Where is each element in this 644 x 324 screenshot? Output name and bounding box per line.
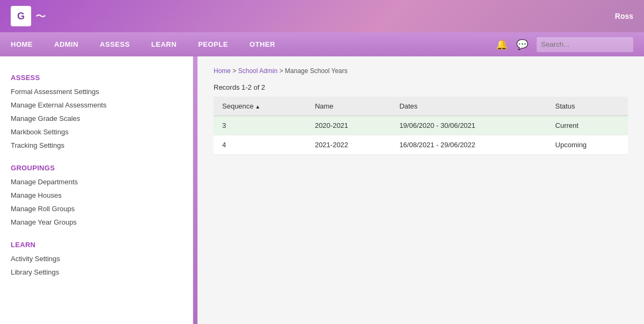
sidebar-item-activity[interactable]: Activity Settings: [0, 252, 193, 265]
breadcrumb-home[interactable]: Home: [214, 67, 231, 75]
sidebar-item-external-assessments[interactable]: Manage External Assessments: [0, 98, 193, 112]
cell-dates: 16/08/2021 - 29/06/2022: [391, 135, 546, 155]
col-dates: Dates: [391, 97, 546, 116]
sidebar-item-houses[interactable]: Manage Houses: [0, 189, 193, 202]
nav-people[interactable]: PEOPLE: [198, 40, 228, 48]
table-row[interactable]: 42021-202216/08/2021 - 29/06/2022Upcomin…: [214, 135, 628, 155]
sidebar-item-year-groups[interactable]: Manage Year Groups: [0, 215, 193, 229]
sidebar-section-assess: ASSESS: [0, 67, 193, 85]
breadcrumb-school-admin[interactable]: School Admin: [238, 67, 277, 75]
sidebar-strip: [193, 56, 197, 324]
cell-name: 2020-2021: [306, 116, 391, 135]
data-table: Sequence Name Dates Status 32020-202119/…: [214, 97, 628, 155]
user-name: Ross: [615, 12, 633, 20]
sidebar-divider-2: [0, 229, 193, 234]
bell-icon[interactable]: 🔔: [496, 39, 508, 51]
records-count: Records 1-2 of 2: [214, 83, 628, 91]
main-layout: ASSESS Formal Assessment Settings Manage…: [0, 56, 644, 324]
cell-status: Upcoming: [547, 135, 628, 155]
sidebar: ASSESS Formal Assessment Settings Manage…: [0, 56, 193, 324]
nav-learn[interactable]: LEARN: [151, 40, 177, 48]
nav-admin[interactable]: ADMIN: [54, 40, 78, 48]
sidebar-section-groupings: GROUPINGS: [0, 157, 193, 175]
nav-home[interactable]: HOME: [11, 40, 33, 48]
nav-right: 🔔 💬: [496, 37, 633, 52]
col-sequence[interactable]: Sequence: [214, 97, 306, 116]
cell-status: Current: [547, 116, 628, 135]
cell-name: 2021-2022: [306, 135, 391, 155]
col-status: Status: [547, 97, 628, 116]
breadcrumb: Home > School Admin > Manage School Year…: [214, 67, 628, 75]
brand-bar: G 〜 Ross: [0, 0, 644, 32]
sidebar-item-departments[interactable]: Manage Departments: [0, 175, 193, 189]
cell-dates: 19/06/2020 - 30/06/2021: [391, 116, 546, 135]
sidebar-section-learn: LEARN: [0, 234, 193, 252]
sidebar-item-library[interactable]: Library Settings: [0, 265, 193, 279]
logo-area: G 〜: [11, 6, 46, 26]
table-header-row: Sequence Name Dates Status: [214, 97, 628, 116]
sidebar-divider-1: [0, 152, 193, 157]
sidebar-item-roll-groups[interactable]: Manage Roll Groups: [0, 202, 193, 215]
sidebar-item-markbook[interactable]: Markbook Settings: [0, 125, 193, 139]
sidebar-item-grade-scales[interactable]: Manage Grade Scales: [0, 112, 193, 125]
nav-other[interactable]: OTHER: [250, 40, 275, 48]
chat-icon[interactable]: 💬: [516, 39, 528, 51]
nav-assess[interactable]: ASSESS: [100, 40, 130, 48]
content-area: Home > School Admin > Manage School Year…: [197, 56, 644, 324]
col-name: Name: [306, 97, 391, 116]
search-input[interactable]: [537, 37, 633, 52]
logo-icon: G: [11, 6, 31, 26]
table-body: 32020-202119/06/2020 - 30/06/2021Current…: [214, 116, 628, 155]
sidebar-item-formal-assessment[interactable]: Formal Assessment Settings: [0, 85, 193, 98]
sidebar-item-tracking[interactable]: Tracking Settings: [0, 139, 193, 152]
bird-icon: 〜: [35, 9, 46, 24]
cell-sequence: 4: [214, 135, 306, 155]
cell-sequence: 3: [214, 116, 306, 135]
table-row[interactable]: 32020-202119/06/2020 - 30/06/2021Current: [214, 116, 628, 135]
nav-bar: HOME ADMIN ASSESS LEARN PEOPLE OTHER 🔔 💬: [0, 32, 644, 56]
breadcrumb-current: Manage School Years: [285, 67, 348, 75]
